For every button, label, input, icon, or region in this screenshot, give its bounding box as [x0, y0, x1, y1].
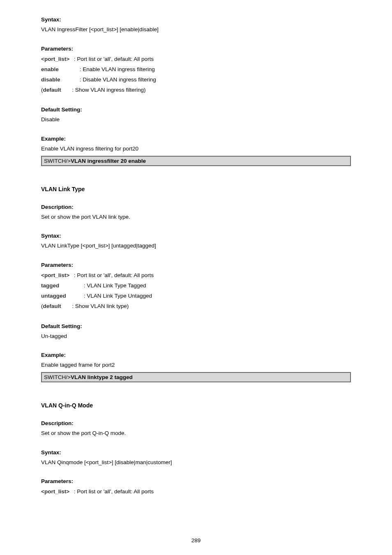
- code-command: VLAN ingressfilter 20 enable: [71, 158, 146, 164]
- parameters-label: Parameters:: [41, 478, 351, 484]
- param-name: <port_list>: [41, 487, 72, 497]
- section-heading-block-3: VLAN Q-in-Q Mode: [41, 402, 351, 409]
- param-name: untagged: [41, 291, 82, 301]
- description-block-3: Description: Set or show the port Q-in-Q…: [41, 420, 351, 438]
- parameters-block-2: Parameters: <port_list> : Port list or '…: [41, 262, 351, 312]
- description-label: Description:: [41, 420, 351, 426]
- section-heading: VLAN Q-in-Q Mode: [41, 402, 351, 409]
- param-note-label: default: [43, 301, 71, 312]
- default-label: Default Setting:: [41, 323, 351, 329]
- param-name: <port_list>: [41, 54, 72, 65]
- description-block-2: Description: Set or show the port VLAN l…: [41, 204, 351, 222]
- param-row: tagged : VLAN Link Type Tagged: [41, 281, 351, 291]
- section-heading-block-2: VLAN Link Type: [41, 186, 351, 192]
- param-row: <port_list> : Port list or 'all', defaul…: [41, 54, 351, 65]
- param-row: untagged : VLAN Link Type Untagged: [41, 291, 351, 301]
- param-note-row: (default : Show VLAN link type): [41, 301, 351, 312]
- description-text: Set or show the port Q-in-Q mode.: [41, 429, 351, 438]
- example-text: Enable tagged frame for port2: [41, 361, 351, 370]
- param-row: <port_list> : Port list or 'all', defaul…: [41, 487, 351, 497]
- param-desc: : Enable VLAN ingress filtering: [80, 66, 155, 72]
- param-desc: : Port list or 'all', default: All ports: [74, 488, 154, 495]
- syntax-block-2: Syntax: VLAN LinkType [<port_list>] [unt…: [41, 233, 351, 250]
- parameters-block-3: Parameters: <port_list> : Port list or '…: [41, 478, 351, 497]
- description-label: Description:: [41, 204, 351, 210]
- default-block-2: Default Setting: Un-tagged: [41, 323, 351, 341]
- parameters-block-1: Parameters: <port_list> : Port list or '…: [41, 46, 351, 95]
- page-number: 289: [0, 537, 392, 543]
- default-value: Disable: [41, 115, 351, 124]
- param-note-label: default: [43, 85, 71, 95]
- default-block-1: Default Setting: Disable: [41, 106, 351, 124]
- section-heading: VLAN Link Type: [41, 186, 351, 192]
- syntax-block-3: Syntax: VLAN Qinqmode [<port_list>] [dis…: [41, 449, 351, 467]
- param-name: enable: [41, 65, 78, 75]
- syntax-text: VLAN Qinqmode [<port_list>] [disable|man…: [41, 458, 351, 467]
- param-note-row: (default : Show VLAN ingress filtering): [41, 85, 351, 95]
- description-text: Set or show the port VLAN link type.: [41, 213, 351, 222]
- param-row: <port_list> : Port list or 'all', defaul…: [41, 271, 351, 281]
- parameters-label: Parameters:: [41, 262, 351, 268]
- syntax-label: Syntax:: [41, 449, 351, 456]
- param-desc: : VLAN Link Type Tagged: [84, 282, 146, 289]
- syntax-block-1: Syntax: VLAN IngressFilter [<port_list>]…: [41, 16, 351, 34]
- syntax-text: VLAN LinkType [<port_list>] [untagged|ta…: [41, 241, 351, 250]
- example-text: Enable VLAN ingress filtering for port20: [41, 144, 351, 153]
- parameters-label: Parameters:: [41, 46, 351, 52]
- example-block-1: Example: Enable VLAN ingress filtering f…: [41, 136, 351, 166]
- code-prompt: SWITCH/>: [44, 374, 71, 380]
- param-list: <port_list> : Port list or 'all', defaul…: [41, 487, 351, 497]
- syntax-label: Syntax:: [41, 16, 351, 23]
- code-box: SWITCH/>VLAN ingressfilter 20 enable: [41, 156, 351, 166]
- param-note-desc: : Show VLAN ingress filtering): [72, 87, 145, 93]
- param-desc: : Port list or 'all', default: All ports: [74, 56, 154, 62]
- syntax-text: VLAN IngressFilter [<port_list>] [enable…: [41, 25, 351, 34]
- code-prompt: SWITCH/>: [44, 158, 71, 164]
- param-list: <port_list> : Port list or 'all', defaul…: [41, 271, 351, 312]
- default-value: Un-tagged: [41, 332, 351, 341]
- param-name: disable: [41, 75, 78, 85]
- syntax-label: Syntax:: [41, 233, 351, 239]
- example-block-2: Example: Enable tagged frame for port2 S…: [41, 352, 351, 382]
- param-desc: : Port list or 'all', default: All ports: [74, 272, 154, 278]
- example-label: Example:: [41, 352, 351, 358]
- param-desc: : Disable VLAN ingress filtering: [80, 76, 156, 83]
- code-box: SWITCH/>VLAN linktype 2 tagged: [41, 372, 351, 382]
- param-name: <port_list>: [41, 271, 72, 281]
- default-label: Default Setting:: [41, 106, 351, 113]
- param-row: disable : Disable VLAN ingress filtering: [41, 75, 351, 85]
- param-list: <port_list> : Port list or 'all', defaul…: [41, 54, 351, 95]
- example-label: Example:: [41, 136, 351, 142]
- param-row: enable : Enable VLAN ingress filtering: [41, 65, 351, 75]
- code-command: VLAN linktype 2 tagged: [71, 374, 133, 380]
- param-name: tagged: [41, 281, 82, 291]
- param-note-desc: : Show VLAN link type): [72, 303, 129, 309]
- param-desc: : VLAN Link Type Untagged: [84, 293, 152, 299]
